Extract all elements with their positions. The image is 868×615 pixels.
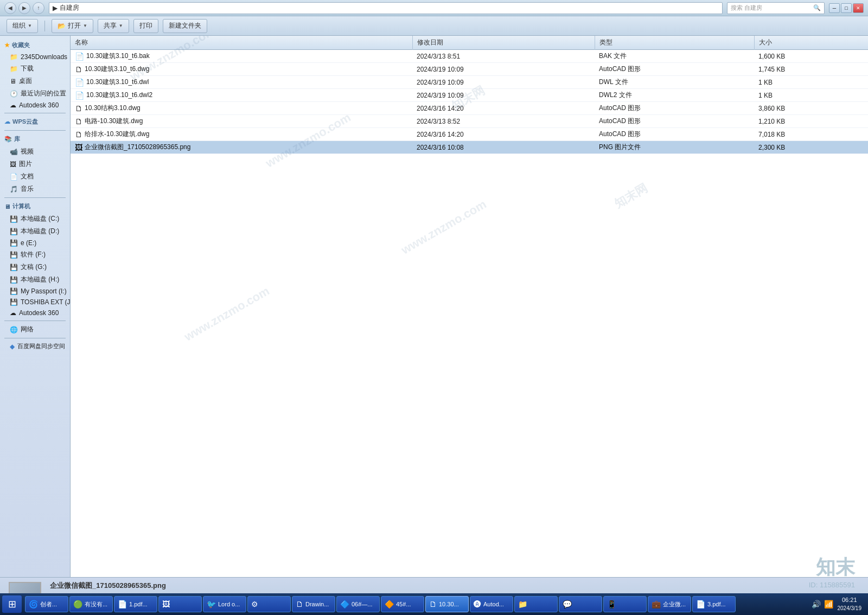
taskbar-item[interactable]: 🗋Drawin... (292, 596, 335, 612)
library-section-header: 📚 库 (0, 133, 70, 145)
sidebar-item-drive-e--E:-[interactable]: 💾e (E:) (0, 238, 70, 248)
table-row[interactable]: 📄 10.30建筑3.10_t6.dwl2 2024/3/19 10:09 DW… (71, 89, 868, 102)
open-button[interactable]: 📂 打开 ▼ (52, 19, 93, 33)
col-header-type[interactable]: 类型 (595, 36, 754, 50)
sidebar-item-图片[interactable]: 🖼图片 (0, 158, 70, 170)
close-button[interactable]: ✕ (853, 3, 864, 13)
organize-button[interactable]: 组织 ▼ (7, 19, 38, 33)
cell-name: 🗋 电路-10.30建筑.dwg (71, 115, 412, 128)
col-header-modified[interactable]: 修改日期 (412, 36, 595, 50)
sidebar-item-下载[interactable]: 📁下载 (0, 62, 70, 75)
table-row[interactable]: 🗋 电路-10.30建筑.dwg 2024/3/13 8:52 AutoCAD … (71, 115, 868, 128)
sidebar-item-2345Downloads[interactable]: 📁2345Downloads (0, 52, 70, 62)
sidebar-divider-3 (4, 197, 66, 198)
file-icon: 📄 (75, 78, 84, 87)
drives-list: 💾本地磁盘 (C:)💾本地磁盘 (D:)💾e (E:)💾软件 (F:)💾文稿 (… (0, 213, 70, 318)
file-list-body: 📄 10.30建筑3.10_t6.bak 2024/3/13 8:51 BAK … (71, 50, 868, 154)
drive-label: Autodesk 360 (19, 309, 59, 317)
search-icon: 🔍 (813, 4, 821, 11)
taskbar-item[interactable]: 🔷06#—... (336, 596, 380, 612)
taskbar-item[interactable]: 🌀创者... (25, 596, 68, 612)
open-icon: 📂 (58, 22, 66, 30)
sidebar-item-drive-文稿--G:-[interactable]: 💾文稿 (G:) (0, 261, 70, 273)
taskbar-item[interactable]: 💬 (559, 596, 602, 612)
col-header-name[interactable]: 名称 (71, 36, 412, 50)
drive-label: 本地磁盘 (C:) (21, 214, 59, 223)
lib-label: 音乐 (21, 184, 34, 194)
sidebar-item-drive-本地磁盘--H:-[interactable]: 💾本地磁盘 (H:) (0, 273, 70, 286)
taskbar-item-icon: 🌀 (29, 600, 38, 608)
taskbar-item[interactable]: 📱 (603, 596, 647, 612)
taskbar-item[interactable]: 📄1.pdf... (114, 596, 157, 612)
sidebar-item-最近访问的位置[interactable]: 🕐最近访问的位置 (0, 87, 70, 100)
taskbar-item[interactable]: 🖼 (158, 596, 202, 612)
back-button[interactable]: ◀ (4, 2, 16, 14)
sidebar-item-drive-Autodesk-360[interactable]: ☁Autodesk 360 (0, 308, 70, 318)
sidebar-item-baidu[interactable]: ◆ 百度网盘同步空间 (0, 341, 70, 352)
taskbar-item[interactable]: 📄3.pdf... (692, 596, 736, 612)
col-header-size[interactable]: 大小 (754, 36, 868, 50)
file-name: 10.30建筑3.10_t6.bak (86, 52, 150, 61)
sidebar-item-音乐[interactable]: 🎵音乐 (0, 183, 70, 195)
sidebar-item-drive-本地磁盘--C:-[interactable]: 💾本地磁盘 (C:) (0, 213, 70, 225)
sidebar-item-drive-软件--F:-[interactable]: 💾软件 (F:) (0, 248, 70, 261)
taskbar-item-icon: 💬 (563, 600, 572, 608)
sidebar-item-network[interactable]: 🌐 网络 (0, 323, 70, 336)
sidebar-divider-4 (4, 321, 66, 321)
cell-type: AutoCAD 图形 (595, 63, 754, 76)
library-list: 📹视频🖼图片📄文档🎵音乐 (0, 145, 70, 195)
table-row[interactable]: 📄 10.30建筑3.10_t6.bak 2024/3/13 8:51 BAK … (71, 50, 868, 63)
cell-size: 2,300 KB (754, 141, 868, 154)
table-row[interactable]: 🖼 企业微信截图_17105028965365.png 2024/3/16 10… (71, 141, 868, 154)
cell-name: 🖼 企业微信截图_17105028965365.png (71, 141, 412, 154)
sidebar-item-drive-TOSHIBA-EXT--J:-[interactable]: 💾TOSHIBA EXT (J:) (0, 297, 70, 308)
taskbar-item[interactable]: 📁 (514, 596, 558, 612)
path-bar[interactable]: ▶ 自建房 (49, 2, 723, 14)
taskbar-item-icon: 📄 (118, 600, 127, 608)
cell-type: AutoCAD 图形 (595, 128, 754, 141)
star-icon: ★ (4, 42, 10, 49)
sidebar-item-Autodesk-360[interactable]: ☁Autodesk 360 (0, 100, 70, 111)
table-row[interactable]: 🗋 给排水-10.30建筑.dwg 2024/3/16 14:20 AutoCA… (71, 128, 868, 141)
sidebar-item-drive-My-Passport--I:-[interactable]: 💾My Passport (I:) (0, 286, 70, 297)
maximize-button[interactable]: □ (841, 3, 852, 13)
sidebar-item-drive-本地磁盘--D:-[interactable]: 💾本地磁盘 (D:) (0, 225, 70, 238)
table-row[interactable]: 🗋 10.30建筑3.10_t6.dwg 2024/3/19 10:09 Aut… (71, 63, 868, 76)
sidebar-item-label: 下载 (21, 64, 34, 73)
sidebar-item-文档[interactable]: 📄文档 (0, 170, 70, 183)
taskbar-item[interactable]: 🟢有没有... (69, 596, 113, 612)
cell-type: AutoCAD 图形 (595, 115, 754, 128)
print-button[interactable]: 打印 (133, 19, 158, 33)
taskbar-item[interactable]: 🗋10.30... (425, 596, 469, 612)
taskbar-item-icon: 🗋 (296, 600, 303, 608)
taskbar-item-icon: 🅐 (474, 600, 481, 608)
table-row[interactable]: 📄 10.30建筑3.10_t6.dwl 2024/3/19 10:09 DWL… (71, 76, 868, 89)
search-bar[interactable]: 搜索 自建房 🔍 (727, 2, 825, 14)
cell-size: 3,860 KB (754, 102, 868, 115)
sidebar-item-桌面[interactable]: 🖥桌面 (0, 75, 70, 87)
table-row[interactable]: 🗋 10.30结构3.10.dwg 2024/3/16 14:20 AutoCA… (71, 102, 868, 115)
lib-icon: 📹 (10, 148, 18, 156)
taskbar-item[interactable]: 🐦Lord o... (203, 596, 246, 612)
forward-button[interactable]: ▶ (18, 2, 30, 14)
up-button[interactable]: ↑ (33, 2, 44, 14)
cell-size: 1,600 KB (754, 50, 868, 63)
drive-icon: 💾 (10, 215, 18, 223)
taskbar-item-icon: 🖼 (162, 600, 170, 608)
minimize-button[interactable]: ─ (829, 3, 840, 13)
taskbar-item[interactable]: 🔶45#... (381, 596, 424, 612)
taskbar-item[interactable]: 🅐Autod... (470, 596, 513, 612)
cell-modified: 2024/3/19 10:09 (412, 76, 595, 89)
taskbar-item[interactable]: ⚙ (247, 596, 291, 612)
share-arrow-icon: ▼ (119, 23, 123, 28)
taskbar-item-icon: 🗋 (429, 600, 437, 608)
taskbar-item[interactable]: 💼企业微... (648, 596, 691, 612)
file-table: 名称 修改日期 类型 大小 📄 10.30建筑3.10_t6.bak 2024/… (71, 36, 868, 154)
new-folder-button[interactable]: 新建文件夹 (163, 19, 207, 33)
drive-icon: 💾 (10, 239, 18, 247)
drive-label: My Passport (I:) (21, 287, 67, 295)
drive-label: 文稿 (G:) (21, 262, 47, 272)
sidebar-item-视频[interactable]: 📹视频 (0, 145, 70, 158)
share-button[interactable]: 共享 ▼ (98, 19, 129, 33)
start-button[interactable]: ⊞ (2, 595, 22, 613)
